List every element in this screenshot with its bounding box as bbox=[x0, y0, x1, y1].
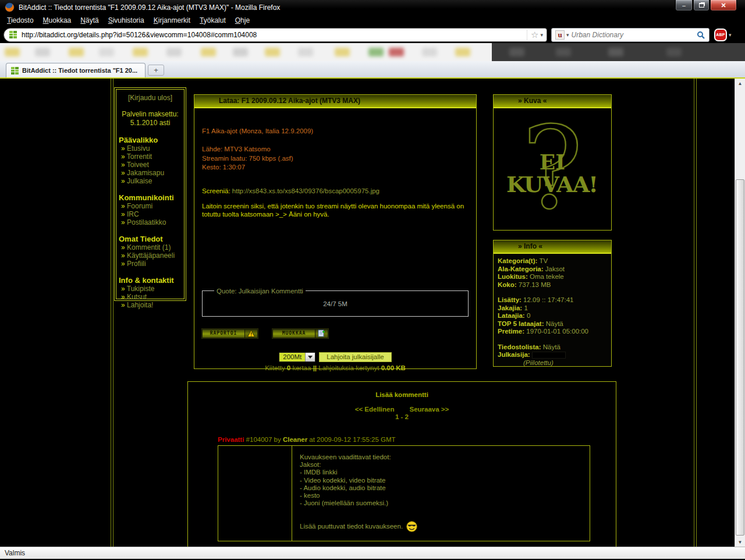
bookmark-icon[interactable] bbox=[35, 48, 50, 56]
bookmark-icon[interactable] bbox=[133, 48, 148, 56]
sidebar-item-toiveet[interactable]: » Toiveet bbox=[121, 161, 182, 169]
comment-author-link[interactable]: Cleaner bbox=[283, 436, 307, 443]
bullet-icon: » bbox=[121, 285, 125, 293]
info-panel: » Info « Kategoria(t): TV Ala-Kategoria:… bbox=[493, 240, 612, 367]
sidebar-item-kommentit[interactable]: » Kommentit (1) bbox=[121, 244, 182, 251]
tab-favicon bbox=[11, 67, 19, 75]
report-button-label: RAPORTOI bbox=[203, 329, 244, 338]
filelist-show-link[interactable]: Näytä bbox=[543, 343, 560, 350]
sidebar-item-lahjoita[interactable]: » Lahjoita! bbox=[121, 302, 182, 309]
donate-amount-select[interactable]: 200Mt bbox=[279, 352, 315, 362]
torrent-details-header: Lataa: F1 2009.09.12 Aika-ajot (MTV3 MAX… bbox=[194, 95, 476, 108]
comment-row: Kuvaukseen vaadittavat tiedot: Jaksot: -… bbox=[218, 445, 590, 541]
picture-panel-header: » Kuva « bbox=[494, 95, 611, 108]
bookmark-icon[interactable] bbox=[455, 48, 470, 56]
sidebar-item-postilaatikko[interactable]: » Postilaatikko bbox=[121, 219, 182, 226]
adblock-button[interactable]: ABP ▾ bbox=[714, 29, 732, 41]
chevron-down-icon[interactable] bbox=[305, 353, 315, 361]
screenshot-link[interactable]: http://xs843.xs.to/xs843/09376/bscap0005… bbox=[232, 187, 379, 194]
donations-label: Lahjoituksia kertynyt bbox=[318, 364, 379, 371]
sidebar-item-irc[interactable]: » IRC bbox=[121, 211, 182, 218]
bookmark-icon[interactable] bbox=[5, 48, 20, 56]
scroll-up-icon[interactable]: ▲ bbox=[735, 79, 745, 88]
sidebar-item-etusivu[interactable]: » Etusivu bbox=[121, 145, 182, 153]
menu-nayta[interactable]: Näytä bbox=[76, 15, 103, 26]
bookmark-icon[interactable] bbox=[368, 48, 384, 56]
search-icon[interactable] bbox=[693, 31, 709, 39]
menu-sivuhistoria[interactable]: Sivuhistoria bbox=[104, 15, 149, 26]
sidebar-item-profiili[interactable]: » Profiili bbox=[121, 260, 182, 268]
add-comment-link[interactable]: Lisää kommentti bbox=[188, 391, 616, 398]
info-row-filelist: Tiedostolista: Näytä bbox=[498, 343, 607, 352]
edit-torrent-button[interactable]: MUOKKAA bbox=[272, 329, 328, 338]
next-page-link[interactable]: Seuraava >> bbox=[409, 406, 449, 413]
menu-ohje[interactable]: Ohje bbox=[230, 15, 254, 26]
info-row-added: Lisätty: 12.09 :: 17:47:41 bbox=[498, 296, 607, 304]
uploader-note: Laitoin screenin siksi, että jotenkin tu… bbox=[202, 202, 473, 219]
comments-section: Lisää kommentti << Edellinen Seuraava >>… bbox=[187, 381, 616, 547]
adblock-caret-icon[interactable]: ▾ bbox=[729, 32, 732, 38]
tab-bitaddict[interactable]: BitAddict :: Tiedot torrentista "F1 20..… bbox=[6, 63, 146, 77]
vertical-scrollbar[interactable]: ▲ ▼ bbox=[735, 79, 745, 547]
sidebar-item-label: Kommentit (1) bbox=[127, 243, 171, 251]
bookmark-icon[interactable] bbox=[166, 48, 182, 56]
bookmark-icon[interactable] bbox=[666, 48, 682, 56]
sidebar-item-torrentit[interactable]: » Torrentit bbox=[121, 153, 182, 161]
comment-text-line: - kesto bbox=[300, 492, 590, 499]
close-icon: ✕ bbox=[721, 2, 726, 9]
torrent-details-panel: Lataa: F1 2009.09.12 Aika-ajot (MTV3 MAX… bbox=[194, 94, 477, 369]
bookmark-icon[interactable] bbox=[233, 48, 248, 56]
bookmark-icon[interactable] bbox=[509, 48, 524, 56]
page-frame-line bbox=[694, 79, 694, 547]
search-box[interactable]: u ▾ bbox=[551, 28, 709, 42]
bookmark-star-icon[interactable]: ☆ bbox=[531, 30, 538, 40]
sidebar-item-kutsut[interactable]: » Kutsut bbox=[121, 293, 182, 301]
scroll-down-icon[interactable]: ▼ bbox=[735, 537, 745, 547]
url-text[interactable]: http://bitaddict.org/details.php?id=5012… bbox=[22, 31, 527, 39]
sidebar-item-jakamisapu[interactable]: » Jakamisapu bbox=[121, 169, 182, 177]
bookmark-icon[interactable] bbox=[335, 48, 350, 56]
menu-tyokalut[interactable]: Työkalut bbox=[195, 15, 230, 26]
logout-link[interactable]: [Kirjaudu ulos] bbox=[119, 94, 182, 102]
search-input[interactable] bbox=[572, 31, 693, 39]
search-engine-caret-icon[interactable]: ▾ bbox=[566, 32, 569, 38]
bookmark-icon[interactable] bbox=[265, 48, 280, 56]
top5-show-link[interactable]: Näytä bbox=[546, 320, 563, 327]
edit-page-icon bbox=[315, 329, 328, 338]
search-engine-icon[interactable]: u bbox=[555, 30, 565, 40]
sidebar-item-julkaise[interactable]: » Julkaise bbox=[121, 178, 182, 185]
close-button[interactable]: ✕ bbox=[710, 0, 737, 11]
sidebar-item-foorumi[interactable]: » Foorumi bbox=[121, 203, 182, 210]
bookmark-icon[interactable] bbox=[389, 48, 404, 56]
sidebar-item-tukipiste[interactable]: » Tukipiste bbox=[121, 285, 182, 293]
bookmark-icon[interactable] bbox=[422, 48, 437, 56]
bookmark-icon[interactable] bbox=[608, 48, 623, 56]
scrollbar-thumb[interactable] bbox=[736, 179, 744, 536]
new-tab-button[interactable]: + bbox=[148, 65, 164, 76]
url-bar[interactable]: http://bitaddict.org/details.php?id=5012… bbox=[3, 28, 547, 42]
bookmarks-blurred-area[interactable] bbox=[0, 43, 492, 61]
donate-to-publisher-button[interactable]: Lahjoita julkaisijalle bbox=[319, 352, 391, 362]
report-torrent-button[interactable]: RAPORTOI bbox=[202, 329, 258, 338]
previous-page-link[interactable]: << Edellinen bbox=[355, 406, 395, 413]
bookmark-icon[interactable] bbox=[201, 48, 216, 56]
comment-closing-line: Lisää puuttuvat tiedot kuvaukseen. bbox=[300, 523, 403, 530]
menu-muokkaa[interactable]: Muokkaa bbox=[38, 15, 76, 26]
bookmark-icon[interactable] bbox=[298, 48, 313, 56]
bookmark-icon[interactable] bbox=[69, 48, 84, 56]
comment-number-link[interactable]: #104007 bbox=[246, 436, 272, 443]
info-row-leechers: Lataajia: 0 bbox=[498, 312, 607, 320]
restore-button[interactable] bbox=[693, 0, 709, 11]
bookmark-icon[interactable] bbox=[556, 48, 571, 56]
bookmark-caret-icon[interactable]: ▾ bbox=[540, 32, 543, 38]
no-image-placeholder: ? EI KUVAA! bbox=[503, 112, 602, 226]
sidebar: [Kirjaudu ulos] Palvelin maksettu: 5.1.2… bbox=[114, 87, 186, 301]
menu-tiedosto[interactable]: Tiedosto bbox=[2, 15, 38, 26]
sidebar-item-label: Jakamisapu bbox=[127, 169, 164, 177]
sidebar-item-kayttajapaneeli[interactable]: » Käyttäjäpaneeli bbox=[121, 252, 182, 260]
minimize-icon: – bbox=[682, 2, 686, 9]
menu-kirjanmerkit[interactable]: Kirjanmerkit bbox=[149, 15, 195, 26]
minimize-button[interactable]: – bbox=[675, 0, 693, 11]
bookmark-icon[interactable] bbox=[99, 48, 114, 56]
firefox-icon bbox=[5, 2, 15, 12]
